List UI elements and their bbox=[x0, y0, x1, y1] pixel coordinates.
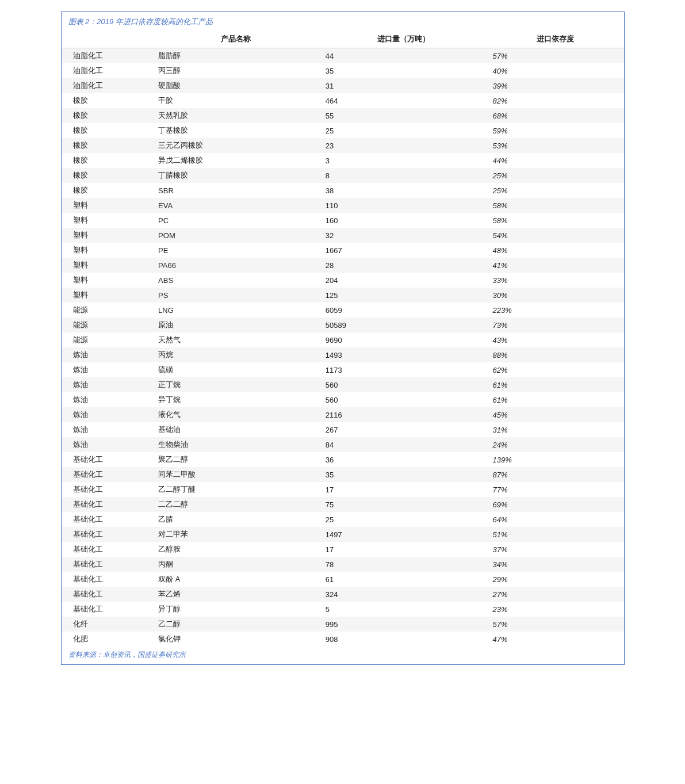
table-row: 化肥氯化钾90847% bbox=[62, 632, 624, 647]
table-row: 油脂化工脂肪醇4457% bbox=[62, 48, 624, 64]
cell-category: 炼油 bbox=[62, 362, 153, 377]
cell-import-volume: 35 bbox=[320, 467, 487, 482]
cell-import-volume: 28 bbox=[320, 258, 487, 273]
cell-category: 橡胶 bbox=[62, 138, 153, 153]
cell-category: 基础化工 bbox=[62, 512, 153, 527]
cell-import-volume: 32 bbox=[320, 228, 487, 243]
table-header-row: 产品名称 进口量（万吨） 进口依存度 bbox=[62, 30, 624, 48]
cell-dependency: 31% bbox=[487, 422, 624, 437]
cell-category: 塑料 bbox=[62, 198, 153, 213]
cell-category: 炼油 bbox=[62, 422, 153, 437]
cell-import-volume: 995 bbox=[320, 617, 487, 632]
table-row: 油脂化工丙三醇3540% bbox=[62, 63, 624, 78]
cell-dependency: 61% bbox=[487, 392, 624, 407]
table-container: 图表 2：2019 年进口依存度较高的化工产品 产品名称 进口量（万吨） 进口依… bbox=[61, 12, 625, 665]
cell-import-volume: 25 bbox=[320, 123, 487, 138]
cell-name: 聚乙二醇 bbox=[152, 452, 320, 467]
cell-name: 异丁烷 bbox=[152, 392, 320, 407]
cell-name: 对二甲苯 bbox=[152, 527, 320, 542]
cell-dependency: 47% bbox=[487, 632, 624, 647]
table-row: 基础化工二乙二醇7569% bbox=[62, 497, 624, 512]
cell-name: 丙烷 bbox=[152, 347, 320, 362]
cell-dependency: 88% bbox=[487, 347, 624, 362]
cell-dependency: 58% bbox=[487, 213, 624, 228]
cell-name: SBR bbox=[152, 183, 320, 198]
table-row: 橡胶干胶46482% bbox=[62, 93, 624, 108]
table-row: 炼油异丁烷56061% bbox=[62, 392, 624, 407]
cell-category: 基础化工 bbox=[62, 542, 153, 557]
cell-category: 炼油 bbox=[62, 392, 153, 407]
cell-import-volume: 3 bbox=[320, 153, 487, 168]
cell-name: PA66 bbox=[152, 258, 320, 273]
cell-category: 基础化工 bbox=[62, 602, 153, 617]
cell-import-volume: 50589 bbox=[320, 318, 487, 332]
cell-dependency: 54% bbox=[487, 228, 624, 243]
table-row: 橡胶异戊二烯橡胶344% bbox=[62, 153, 624, 168]
cell-name: 乙腈 bbox=[152, 512, 320, 527]
cell-dependency: 139% bbox=[487, 452, 624, 467]
cell-import-volume: 9690 bbox=[320, 332, 487, 347]
cell-import-volume: 267 bbox=[320, 422, 487, 437]
cell-category: 塑料 bbox=[62, 228, 153, 243]
cell-category: 塑料 bbox=[62, 243, 153, 258]
cell-dependency: 53% bbox=[487, 138, 624, 153]
cell-dependency: 44% bbox=[487, 153, 624, 168]
cell-category: 炼油 bbox=[62, 347, 153, 362]
cell-dependency: 23% bbox=[487, 602, 624, 617]
table-row: 塑料POM3254% bbox=[62, 228, 624, 243]
table-row: 塑料PA662841% bbox=[62, 258, 624, 273]
cell-category: 基础化工 bbox=[62, 452, 153, 467]
cell-name: LNG bbox=[152, 303, 320, 318]
cell-category: 基础化工 bbox=[62, 497, 153, 512]
table-row: 炼油硫磺117362% bbox=[62, 362, 624, 377]
table-row: 基础化工异丁醇523% bbox=[62, 602, 624, 617]
cell-dependency: 59% bbox=[487, 123, 624, 138]
cell-import-volume: 38 bbox=[320, 183, 487, 198]
header-import-dependency: 进口依存度 bbox=[487, 30, 624, 48]
cell-category: 炼油 bbox=[62, 377, 153, 392]
table-row: 炼油基础油26731% bbox=[62, 422, 624, 437]
cell-dependency: 24% bbox=[487, 437, 624, 452]
cell-dependency: 62% bbox=[487, 362, 624, 377]
cell-category: 化肥 bbox=[62, 632, 153, 647]
cell-name: 苯乙烯 bbox=[152, 587, 320, 602]
cell-dependency: 25% bbox=[487, 168, 624, 183]
header-category bbox=[62, 30, 153, 48]
cell-name: 生物柴油 bbox=[152, 437, 320, 452]
cell-name: 原油 bbox=[152, 318, 320, 332]
cell-name: 丙酮 bbox=[152, 557, 320, 572]
cell-import-volume: 160 bbox=[320, 213, 487, 228]
cell-category: 能源 bbox=[62, 303, 153, 318]
cell-dependency: 40% bbox=[487, 63, 624, 78]
cell-category: 橡胶 bbox=[62, 93, 153, 108]
cell-import-volume: 75 bbox=[320, 497, 487, 512]
cell-import-volume: 560 bbox=[320, 377, 487, 392]
cell-category: 能源 bbox=[62, 318, 153, 332]
cell-import-volume: 17 bbox=[320, 482, 487, 497]
table-row: 塑料PC16058% bbox=[62, 213, 624, 228]
cell-name: 二乙二醇 bbox=[152, 497, 320, 512]
cell-dependency: 58% bbox=[487, 198, 624, 213]
cell-dependency: 68% bbox=[487, 108, 624, 123]
table-row: 橡胶天然乳胶5568% bbox=[62, 108, 624, 123]
cell-category: 油脂化工 bbox=[62, 63, 153, 78]
cell-dependency: 27% bbox=[487, 587, 624, 602]
cell-import-volume: 464 bbox=[320, 93, 487, 108]
cell-category: 基础化工 bbox=[62, 527, 153, 542]
table-footer: 资料来源：卓创资讯，国盛证券研究所 bbox=[62, 647, 624, 664]
cell-category: 橡胶 bbox=[62, 123, 153, 138]
cell-category: 油脂化工 bbox=[62, 48, 153, 64]
table-row: 橡胶丁腈橡胶825% bbox=[62, 168, 624, 183]
cell-category: 橡胶 bbox=[62, 168, 153, 183]
cell-name: 双酚 A bbox=[152, 572, 320, 587]
cell-dependency: 51% bbox=[487, 527, 624, 542]
table-row: 基础化工乙醇胺1737% bbox=[62, 542, 624, 557]
cell-category: 基础化工 bbox=[62, 482, 153, 497]
cell-dependency: 25% bbox=[487, 183, 624, 198]
cell-import-volume: 1493 bbox=[320, 347, 487, 362]
cell-dependency: 34% bbox=[487, 557, 624, 572]
cell-dependency: 57% bbox=[487, 617, 624, 632]
cell-import-volume: 8 bbox=[320, 168, 487, 183]
cell-import-volume: 204 bbox=[320, 273, 487, 288]
cell-dependency: 41% bbox=[487, 258, 624, 273]
